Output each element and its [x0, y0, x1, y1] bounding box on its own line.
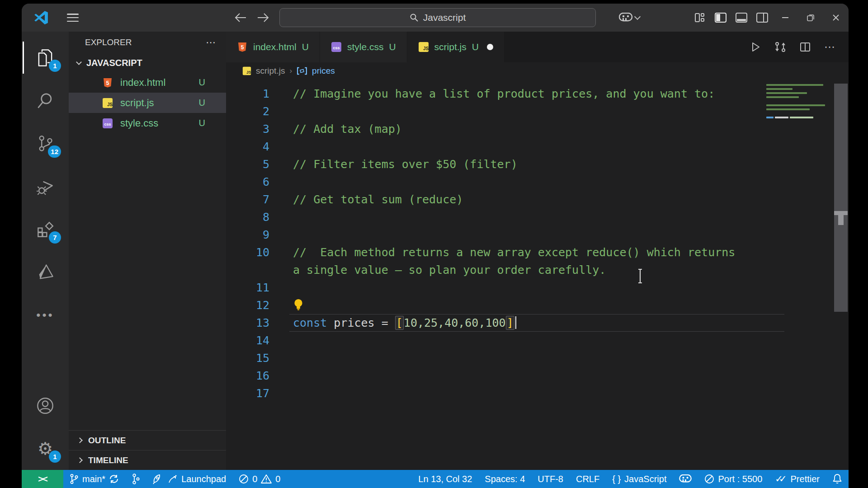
account-icon[interactable] — [22, 384, 69, 427]
double-check-icon: ✓✓ — [775, 474, 787, 484]
customize-layout-icon[interactable] — [689, 4, 710, 32]
search-icon — [410, 13, 419, 22]
restore-icon[interactable] — [798, 4, 823, 32]
lightbulb-icon[interactable] — [293, 299, 304, 311]
css-icon: css — [102, 118, 113, 129]
breadcrumb-file[interactable]: script.js — [256, 66, 285, 76]
explorer-more-actions-icon[interactable]: ⋯ — [206, 37, 217, 48]
file-item-index-html[interactable]: 5 index.html U — [69, 72, 226, 93]
code-line[interactable]: 2 — [226, 103, 849, 120]
minimize-icon[interactable] — [773, 4, 798, 32]
tab-index-html[interactable]: 5 index.html U — [226, 32, 320, 62]
problems-item[interactable]: 0 0 — [232, 470, 287, 488]
sidebar-item-prism[interactable] — [22, 251, 69, 294]
close-bracket: ] — [506, 316, 514, 330]
code-line[interactable]: 10 // Each method returns a new array ex… — [226, 244, 849, 279]
toggle-secondary-sidebar-icon[interactable] — [752, 4, 773, 32]
svg-text:5: 5 — [241, 44, 244, 51]
chevron-down-icon — [634, 14, 641, 20]
file-item-style-css[interactable]: css style.css U — [69, 113, 226, 133]
sidebar-item-explorer[interactable]: 1 — [22, 36, 69, 79]
cursor-position[interactable]: Ln 13, Col 32 — [412, 470, 478, 488]
scrollbar-marker — [834, 211, 848, 215]
run-button-icon[interactable] — [750, 42, 761, 52]
code-line[interactable]: 7// Get total sum (reduce) — [226, 191, 849, 208]
code-editor[interactable]: 1// Imagine you have a list of product p… — [226, 80, 849, 470]
code-line[interactable]: 17 — [226, 385, 849, 402]
toggle-panel-icon[interactable] — [731, 4, 752, 32]
scrollbar-thumb[interactable] — [834, 84, 848, 312]
source-control-graph-item[interactable] — [125, 470, 146, 488]
copilot-status[interactable] — [673, 470, 698, 488]
minimap[interactable] — [766, 84, 829, 118]
copilot-menu[interactable] — [619, 13, 640, 23]
tab-style-css[interactable]: css style.css U — [320, 32, 407, 62]
sidebar-item-source-control[interactable]: 12 — [22, 122, 69, 165]
sidebar-item-run-debug[interactable] — [22, 165, 69, 208]
folder-section-javascript[interactable]: JAVASCRIPT — [69, 53, 226, 72]
variable-prices: prices — [327, 316, 381, 329]
more-actions-icon[interactable]: ••• — [22, 294, 69, 337]
code-line[interactable]: 11 — [226, 279, 849, 296]
code-line[interactable]: 5// Filter items over $50 (filter) — [226, 155, 849, 173]
svg-text:css: css — [104, 122, 111, 126]
encoding[interactable]: UTF-8 — [531, 470, 570, 488]
scrollbar[interactable] — [833, 80, 849, 470]
file-item-script-js[interactable]: JS script.js U — [69, 93, 226, 113]
breadcrumb-symbol[interactable]: prices — [312, 66, 335, 76]
forward-arrow-icon[interactable] — [257, 12, 269, 23]
settings-gear-icon[interactable]: ⚙ 1 — [22, 427, 69, 470]
html-icon: 5 — [102, 77, 113, 88]
launchpad-item[interactable]: Launchpad — [146, 470, 232, 488]
back-arrow-icon[interactable] — [234, 12, 247, 23]
remote-indicator[interactable]: >< — [22, 470, 63, 488]
language-mode[interactable]: { } JavaScript — [606, 470, 673, 488]
eol-sequence[interactable]: CRLF — [570, 470, 606, 488]
svg-text:JS: JS — [423, 46, 429, 51]
code-line-current[interactable]: 13 const prices = [10,25,40,60,100] — [226, 314, 849, 332]
split-editor-icon[interactable] — [800, 42, 811, 52]
sidebar-item-search[interactable] — [22, 79, 69, 122]
code-line[interactable]: 12 — [226, 296, 849, 314]
sidebar-item-extensions[interactable]: 7 — [22, 208, 69, 251]
tab-script-js[interactable]: JS script.js U — [407, 32, 504, 62]
live-server-port[interactable]: Port : 5500 — [698, 470, 769, 488]
explorer-badge: 1 — [49, 60, 61, 72]
modified-dot-icon[interactable] — [487, 44, 493, 50]
chevron-right-icon — [77, 457, 83, 463]
indentation[interactable]: Spaces: 4 — [478, 470, 531, 488]
code-line[interactable]: 16 — [226, 367, 849, 385]
code-line[interactable]: 15 — [226, 349, 849, 367]
code-line[interactable]: 9 — [226, 226, 849, 244]
code-line[interactable]: 8 — [226, 208, 849, 226]
editor-more-actions-icon[interactable]: ⋯ — [824, 41, 836, 53]
menu-icon[interactable] — [67, 14, 79, 22]
wrapped-line[interactable]: a single value — so plan your order care… — [293, 261, 606, 279]
sidebar-title: EXPLORER — [85, 38, 132, 47]
formatter-status[interactable]: ✓✓ Prettier — [769, 470, 826, 488]
error-icon — [239, 474, 249, 484]
command-center-search[interactable]: Javascript — [279, 8, 596, 27]
code-line[interactable]: 14 — [226, 332, 849, 349]
bell-icon — [832, 474, 842, 484]
toggle-primary-sidebar-icon[interactable] — [710, 4, 731, 32]
close-icon[interactable] — [823, 4, 849, 32]
explorer-sidebar: EXPLORER ⋯ JAVASCRIPT 5 index.html U — [69, 32, 226, 470]
code-line[interactable]: 3// Add tax (map) — [226, 120, 849, 138]
remote-icon: >< — [38, 474, 47, 484]
code-line[interactable]: 1// Imagine you have a list of product p… — [226, 85, 849, 103]
code-line[interactable]: 4 — [226, 138, 849, 155]
launch-arrow-icon — [168, 474, 178, 484]
settings-badge: 1 — [49, 450, 61, 463]
timeline-section[interactable]: TIMELINE — [69, 450, 226, 470]
extensions-badge: 7 — [49, 231, 61, 244]
open-changes-icon[interactable] — [774, 41, 786, 53]
code-line[interactable]: 6 — [226, 173, 849, 191]
open-bracket: [ — [395, 316, 404, 330]
svg-text:5: 5 — [106, 80, 109, 86]
breadcrumb[interactable]: JS script.js › prices — [226, 62, 849, 80]
git-branch-item[interactable]: main* — [63, 470, 125, 488]
notifications-bell[interactable] — [826, 470, 849, 488]
outline-section[interactable]: OUTLINE — [69, 430, 226, 450]
css-icon: css — [331, 42, 342, 52]
